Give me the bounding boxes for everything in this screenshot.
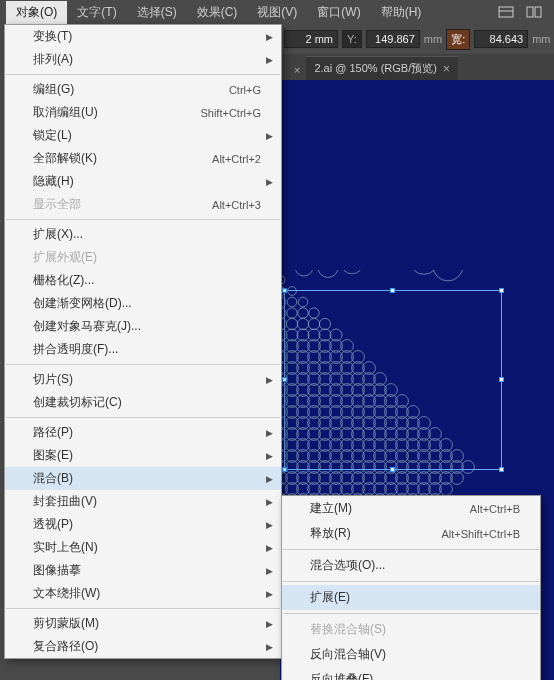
svg-rect-0 [499, 7, 513, 17]
menu-item-8: 显示全部Alt+Ctrl+3 [5, 193, 281, 216]
menu-item-label: 创建渐变网格(D)... [33, 295, 261, 312]
menu-item-label: 复合路径(O) [33, 638, 261, 655]
submenu-arrow-icon: ▶ [266, 619, 273, 629]
submenu-item-label: 反向堆叠(F) [310, 671, 520, 680]
menu-item-29[interactable]: 剪切蒙版(M)▶ [5, 612, 281, 635]
menu-item-label: 路径(P) [33, 424, 261, 441]
submenu-arrow-icon: ▶ [266, 566, 273, 576]
svg-point-298 [295, 270, 313, 276]
menu-effect[interactable]: 效果(C) [187, 1, 248, 24]
shortcut: Alt+Ctrl+B [470, 503, 520, 515]
arrange-icon[interactable] [524, 4, 544, 20]
svg-rect-3 [535, 7, 541, 17]
menu-text[interactable]: 文字(T) [67, 1, 126, 24]
menubar: 对象(O) 文字(T) 选择(S) 效果(C) 视图(V) 窗口(W) 帮助(H… [0, 0, 554, 24]
menu-item-4[interactable]: 取消编组(U)Shift+Ctrl+G [5, 101, 281, 124]
menu-item-label: 扩展(X)... [33, 226, 261, 243]
submenu-item-3[interactable]: 混合选项(O)... [282, 553, 540, 578]
handle-bm[interactable] [390, 467, 395, 472]
submenu-item-8[interactable]: 反向混合轴(V) [282, 642, 540, 667]
submenu-item-9[interactable]: 反向堆叠(F) [282, 667, 540, 680]
selection-bounds [284, 290, 502, 470]
submenu-arrow-icon: ▶ [266, 375, 273, 385]
menu-item-13[interactable]: 创建渐变网格(D)... [5, 292, 281, 315]
menu-select[interactable]: 选择(S) [127, 1, 187, 24]
menu-item-14[interactable]: 创建对象马赛克(J)... [5, 315, 281, 338]
menu-help[interactable]: 帮助(H) [371, 1, 432, 24]
shortcut: Shift+Ctrl+G [200, 107, 261, 119]
submenu-arrow-icon: ▶ [266, 543, 273, 553]
menu-object[interactable]: 对象(O) [6, 1, 67, 24]
menu-item-20[interactable]: 路径(P)▶ [5, 421, 281, 444]
menu-item-15[interactable]: 拼合透明度(F)... [5, 338, 281, 361]
menu-item-12[interactable]: 栅格化(Z)... [5, 269, 281, 292]
w-value[interactable]: 84.643 [474, 30, 528, 48]
menu-window[interactable]: 窗口(W) [307, 1, 370, 24]
menu-item-21[interactable]: 图案(E)▶ [5, 444, 281, 467]
submenu-arrow-icon: ▶ [266, 451, 273, 461]
submenu-item-5[interactable]: 扩展(E) [282, 585, 540, 610]
layout-icon[interactable] [496, 4, 516, 20]
y-label: Y: [342, 30, 362, 48]
submenu-item-label: 扩展(E) [310, 589, 520, 606]
menu-item-label: 排列(A) [33, 51, 261, 68]
handle-tr[interactable] [499, 288, 504, 293]
object-menu-dropdown: 变换(T)▶排列(A)▶编组(G)Ctrl+G取消编组(U)Shift+Ctrl… [4, 24, 282, 659]
submenu-arrow-icon: ▶ [266, 55, 273, 65]
options-bar: 2 mm Y: 149.867 mm 宽: 84.643 mm [280, 24, 554, 54]
menu-item-1[interactable]: 排列(A)▶ [5, 48, 281, 71]
menu-item-label: 切片(S) [33, 371, 261, 388]
menu-item-24[interactable]: 透视(P)▶ [5, 513, 281, 536]
menu-item-5[interactable]: 锁定(L)▶ [5, 124, 281, 147]
menu-item-26[interactable]: 图像描摹▶ [5, 559, 281, 582]
handle-ml[interactable] [282, 377, 287, 382]
y-unit: mm [424, 33, 442, 45]
submenu-arrow-icon: ▶ [266, 131, 273, 141]
menu-item-label: 取消编组(U) [33, 104, 200, 121]
menu-item-label: 图像描摹 [33, 562, 261, 579]
menu-item-label: 封套扭曲(V) [33, 493, 261, 510]
menu-item-17[interactable]: 切片(S)▶ [5, 368, 281, 391]
handle-br[interactable] [499, 467, 504, 472]
menu-item-label: 显示全部 [33, 196, 212, 213]
submenu-item-0[interactable]: 建立(M)Alt+Ctrl+B [282, 496, 540, 521]
handle-bl[interactable] [282, 467, 287, 472]
menu-item-label: 栅格化(Z)... [33, 272, 261, 289]
svg-point-299 [318, 270, 338, 277]
submenu-item-1[interactable]: 释放(R)Alt+Shift+Ctrl+B [282, 521, 540, 546]
menu-view[interactable]: 视图(V) [247, 1, 307, 24]
menu-item-label: 混合(B) [33, 470, 261, 487]
menu-item-6[interactable]: 全部解锁(K)Alt+Ctrl+2 [5, 147, 281, 170]
menu-item-label: 图案(E) [33, 447, 261, 464]
handle-mr[interactable] [499, 377, 504, 382]
submenu-item-label: 建立(M) [310, 500, 470, 517]
menu-item-3[interactable]: 编组(G)Ctrl+G [5, 78, 281, 101]
submenu-arrow-icon: ▶ [266, 32, 273, 42]
tab-label: 2.ai @ 150% (RGB/预览) [314, 61, 436, 76]
submenu-arrow-icon: ▶ [266, 474, 273, 484]
svg-point-300 [341, 270, 363, 274]
menu-item-30[interactable]: 复合路径(O)▶ [5, 635, 281, 658]
submenu-arrow-icon: ▶ [266, 428, 273, 438]
menu-item-27[interactable]: 文本绕排(W)▶ [5, 582, 281, 605]
menu-item-7[interactable]: 隐藏(H)▶ [5, 170, 281, 193]
menu-item-label: 隐藏(H) [33, 173, 261, 190]
menu-item-10[interactable]: 扩展(X)... [5, 223, 281, 246]
close-icon[interactable]: × [443, 62, 450, 76]
submenu-item-7: 替换混合轴(S) [282, 617, 540, 642]
menu-item-0[interactable]: 变换(T)▶ [5, 25, 281, 48]
menu-item-25[interactable]: 实时上色(N)▶ [5, 536, 281, 559]
svg-rect-2 [527, 7, 533, 17]
prev-tab-close[interactable]: × [288, 60, 306, 80]
w-unit: mm [532, 33, 550, 45]
document-tab[interactable]: 2.ai @ 150% (RGB/预览) × [306, 56, 457, 80]
handle-tm[interactable] [390, 288, 395, 293]
menu-item-23[interactable]: 封套扭曲(V)▶ [5, 490, 281, 513]
handle-tl[interactable] [282, 288, 287, 293]
y-value[interactable]: 149.867 [366, 30, 420, 48]
menu-item-label: 编组(G) [33, 81, 229, 98]
menu-item-22[interactable]: 混合(B)▶ [5, 467, 281, 490]
menu-item-label: 文本绕排(W) [33, 585, 261, 602]
blend-submenu: 建立(M)Alt+Ctrl+B释放(R)Alt+Shift+Ctrl+B混合选项… [281, 495, 541, 680]
menu-item-18[interactable]: 创建裁切标记(C) [5, 391, 281, 414]
